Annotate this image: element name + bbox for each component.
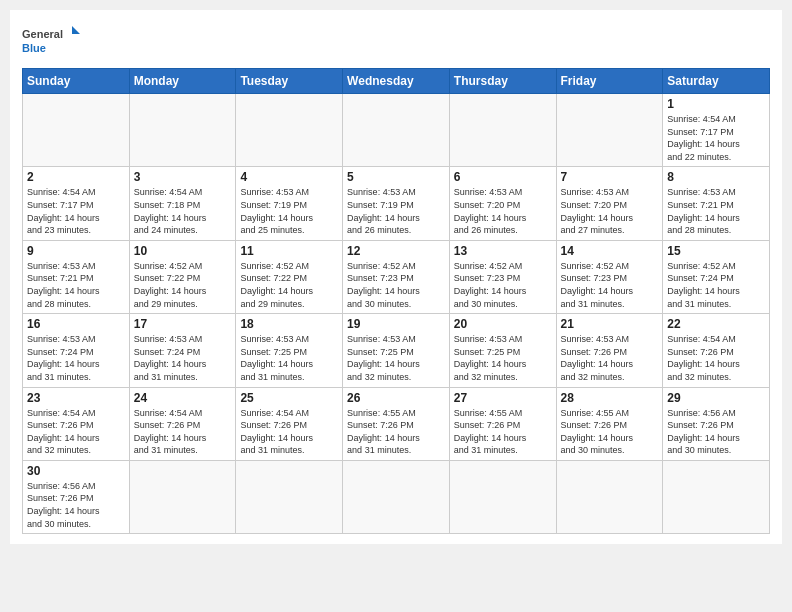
- calendar-day-cell: 13Sunrise: 4:52 AM Sunset: 7:23 PM Dayli…: [449, 240, 556, 313]
- day-number: 25: [240, 391, 338, 405]
- day-number: 3: [134, 170, 232, 184]
- day-info: Sunrise: 4:53 AM Sunset: 7:20 PM Dayligh…: [561, 186, 659, 236]
- calendar-week-row: 2Sunrise: 4:54 AM Sunset: 7:17 PM Daylig…: [23, 167, 770, 240]
- day-info: Sunrise: 4:54 AM Sunset: 7:26 PM Dayligh…: [240, 407, 338, 457]
- calendar-day-cell: 21Sunrise: 4:53 AM Sunset: 7:26 PM Dayli…: [556, 314, 663, 387]
- day-number: 30: [27, 464, 125, 478]
- day-number: 21: [561, 317, 659, 331]
- day-info: Sunrise: 4:52 AM Sunset: 7:22 PM Dayligh…: [134, 260, 232, 310]
- day-number: 10: [134, 244, 232, 258]
- day-info: Sunrise: 4:53 AM Sunset: 7:21 PM Dayligh…: [667, 186, 765, 236]
- calendar-day-cell: 5Sunrise: 4:53 AM Sunset: 7:19 PM Daylig…: [343, 167, 450, 240]
- calendar-day-cell: 7Sunrise: 4:53 AM Sunset: 7:20 PM Daylig…: [556, 167, 663, 240]
- calendar-day-cell: 1Sunrise: 4:54 AM Sunset: 7:17 PM Daylig…: [663, 94, 770, 167]
- day-header-sunday: Sunday: [23, 69, 130, 94]
- calendar-day-cell: [663, 460, 770, 533]
- day-number: 2: [27, 170, 125, 184]
- calendar-day-cell: 6Sunrise: 4:53 AM Sunset: 7:20 PM Daylig…: [449, 167, 556, 240]
- day-info: Sunrise: 4:52 AM Sunset: 7:23 PM Dayligh…: [347, 260, 445, 310]
- day-info: Sunrise: 4:52 AM Sunset: 7:23 PM Dayligh…: [561, 260, 659, 310]
- day-info: Sunrise: 4:53 AM Sunset: 7:24 PM Dayligh…: [134, 333, 232, 383]
- calendar-week-row: 9Sunrise: 4:53 AM Sunset: 7:21 PM Daylig…: [23, 240, 770, 313]
- day-number: 12: [347, 244, 445, 258]
- day-info: Sunrise: 4:53 AM Sunset: 7:25 PM Dayligh…: [240, 333, 338, 383]
- day-header-monday: Monday: [129, 69, 236, 94]
- day-number: 19: [347, 317, 445, 331]
- day-info: Sunrise: 4:53 AM Sunset: 7:19 PM Dayligh…: [347, 186, 445, 236]
- day-info: Sunrise: 4:53 AM Sunset: 7:25 PM Dayligh…: [454, 333, 552, 383]
- day-info: Sunrise: 4:55 AM Sunset: 7:26 PM Dayligh…: [454, 407, 552, 457]
- day-info: Sunrise: 4:53 AM Sunset: 7:26 PM Dayligh…: [561, 333, 659, 383]
- calendar-week-row: 23Sunrise: 4:54 AM Sunset: 7:26 PM Dayli…: [23, 387, 770, 460]
- page-header: General Blue: [22, 20, 770, 60]
- calendar-day-cell: 24Sunrise: 4:54 AM Sunset: 7:26 PM Dayli…: [129, 387, 236, 460]
- day-number: 16: [27, 317, 125, 331]
- calendar-day-cell: 15Sunrise: 4:52 AM Sunset: 7:24 PM Dayli…: [663, 240, 770, 313]
- calendar-day-cell: [236, 460, 343, 533]
- day-number: 5: [347, 170, 445, 184]
- calendar-day-cell: 16Sunrise: 4:53 AM Sunset: 7:24 PM Dayli…: [23, 314, 130, 387]
- day-info: Sunrise: 4:54 AM Sunset: 7:18 PM Dayligh…: [134, 186, 232, 236]
- day-number: 9: [27, 244, 125, 258]
- day-number: 26: [347, 391, 445, 405]
- calendar-day-cell: 23Sunrise: 4:54 AM Sunset: 7:26 PM Dayli…: [23, 387, 130, 460]
- calendar-day-cell: 19Sunrise: 4:53 AM Sunset: 7:25 PM Dayli…: [343, 314, 450, 387]
- day-number: 15: [667, 244, 765, 258]
- day-number: 8: [667, 170, 765, 184]
- day-number: 7: [561, 170, 659, 184]
- calendar-day-cell: 17Sunrise: 4:53 AM Sunset: 7:24 PM Dayli…: [129, 314, 236, 387]
- calendar-day-cell: 3Sunrise: 4:54 AM Sunset: 7:18 PM Daylig…: [129, 167, 236, 240]
- calendar-day-cell: [129, 94, 236, 167]
- calendar-day-cell: 14Sunrise: 4:52 AM Sunset: 7:23 PM Dayli…: [556, 240, 663, 313]
- calendar-week-row: 30Sunrise: 4:56 AM Sunset: 7:26 PM Dayli…: [23, 460, 770, 533]
- day-number: 29: [667, 391, 765, 405]
- calendar-day-cell: 20Sunrise: 4:53 AM Sunset: 7:25 PM Dayli…: [449, 314, 556, 387]
- day-info: Sunrise: 4:52 AM Sunset: 7:24 PM Dayligh…: [667, 260, 765, 310]
- day-number: 11: [240, 244, 338, 258]
- calendar-day-cell: 29Sunrise: 4:56 AM Sunset: 7:26 PM Dayli…: [663, 387, 770, 460]
- day-info: Sunrise: 4:53 AM Sunset: 7:19 PM Dayligh…: [240, 186, 338, 236]
- day-info: Sunrise: 4:56 AM Sunset: 7:26 PM Dayligh…: [27, 480, 125, 530]
- calendar-day-cell: [236, 94, 343, 167]
- day-info: Sunrise: 4:52 AM Sunset: 7:22 PM Dayligh…: [240, 260, 338, 310]
- day-info: Sunrise: 4:54 AM Sunset: 7:26 PM Dayligh…: [134, 407, 232, 457]
- day-info: Sunrise: 4:53 AM Sunset: 7:24 PM Dayligh…: [27, 333, 125, 383]
- calendar-day-cell: 11Sunrise: 4:52 AM Sunset: 7:22 PM Dayli…: [236, 240, 343, 313]
- calendar-container: General Blue SundayMondayTuesdayWednesda…: [10, 10, 782, 544]
- day-info: Sunrise: 4:53 AM Sunset: 7:20 PM Dayligh…: [454, 186, 552, 236]
- calendar-day-cell: 30Sunrise: 4:56 AM Sunset: 7:26 PM Dayli…: [23, 460, 130, 533]
- calendar-week-row: 16Sunrise: 4:53 AM Sunset: 7:24 PM Dayli…: [23, 314, 770, 387]
- calendar-day-cell: 22Sunrise: 4:54 AM Sunset: 7:26 PM Dayli…: [663, 314, 770, 387]
- calendar-day-cell: 18Sunrise: 4:53 AM Sunset: 7:25 PM Dayli…: [236, 314, 343, 387]
- svg-marker-2: [72, 26, 80, 34]
- calendar-day-cell: [556, 94, 663, 167]
- calendar-day-cell: 12Sunrise: 4:52 AM Sunset: 7:23 PM Dayli…: [343, 240, 450, 313]
- day-info: Sunrise: 4:55 AM Sunset: 7:26 PM Dayligh…: [347, 407, 445, 457]
- calendar-day-cell: 8Sunrise: 4:53 AM Sunset: 7:21 PM Daylig…: [663, 167, 770, 240]
- day-info: Sunrise: 4:54 AM Sunset: 7:26 PM Dayligh…: [667, 333, 765, 383]
- calendar-header-row: SundayMondayTuesdayWednesdayThursdayFrid…: [23, 69, 770, 94]
- calendar-day-cell: [23, 94, 130, 167]
- calendar-day-cell: 4Sunrise: 4:53 AM Sunset: 7:19 PM Daylig…: [236, 167, 343, 240]
- day-info: Sunrise: 4:52 AM Sunset: 7:23 PM Dayligh…: [454, 260, 552, 310]
- day-header-tuesday: Tuesday: [236, 69, 343, 94]
- calendar-day-cell: 27Sunrise: 4:55 AM Sunset: 7:26 PM Dayli…: [449, 387, 556, 460]
- calendar-week-row: 1Sunrise: 4:54 AM Sunset: 7:17 PM Daylig…: [23, 94, 770, 167]
- day-info: Sunrise: 4:53 AM Sunset: 7:21 PM Dayligh…: [27, 260, 125, 310]
- calendar-day-cell: 26Sunrise: 4:55 AM Sunset: 7:26 PM Dayli…: [343, 387, 450, 460]
- day-info: Sunrise: 4:54 AM Sunset: 7:17 PM Dayligh…: [27, 186, 125, 236]
- calendar-day-cell: 10Sunrise: 4:52 AM Sunset: 7:22 PM Dayli…: [129, 240, 236, 313]
- day-number: 13: [454, 244, 552, 258]
- day-header-saturday: Saturday: [663, 69, 770, 94]
- calendar-table: SundayMondayTuesdayWednesdayThursdayFrid…: [22, 68, 770, 534]
- day-number: 24: [134, 391, 232, 405]
- day-info: Sunrise: 4:54 AM Sunset: 7:26 PM Dayligh…: [27, 407, 125, 457]
- calendar-day-cell: [129, 460, 236, 533]
- day-number: 27: [454, 391, 552, 405]
- day-number: 6: [454, 170, 552, 184]
- logo-svg: General Blue: [22, 20, 82, 60]
- day-info: Sunrise: 4:55 AM Sunset: 7:26 PM Dayligh…: [561, 407, 659, 457]
- day-number: 17: [134, 317, 232, 331]
- calendar-day-cell: [343, 94, 450, 167]
- day-header-thursday: Thursday: [449, 69, 556, 94]
